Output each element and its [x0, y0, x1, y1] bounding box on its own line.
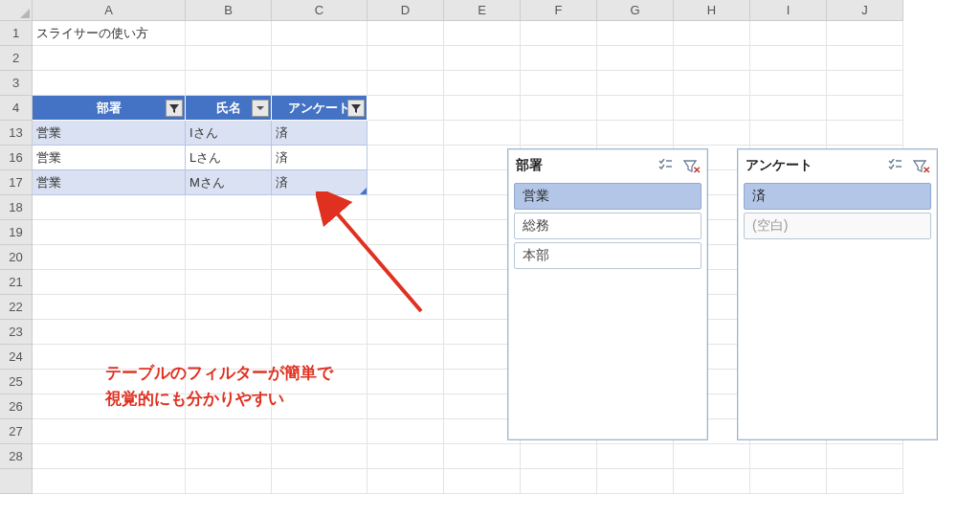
col-header-A[interactable]: A — [33, 0, 186, 21]
cell[interactable] — [186, 270, 272, 295]
slicer-item[interactable]: (空白) — [744, 213, 931, 239]
cell[interactable] — [368, 320, 444, 345]
cell[interactable] — [272, 71, 368, 96]
cell[interactable] — [444, 121, 521, 146]
cell[interactable] — [272, 320, 368, 345]
cell[interactable] — [186, 295, 272, 320]
cell[interactable] — [597, 21, 674, 46]
cell[interactable] — [521, 46, 597, 71]
table-resize-handle-icon[interactable] — [360, 188, 367, 194]
cell[interactable] — [521, 444, 597, 469]
row-header[interactable]: 19 — [0, 220, 33, 245]
filter-button[interactable] — [166, 100, 183, 117]
cell[interactable] — [597, 46, 674, 71]
cell[interactable] — [750, 21, 827, 46]
col-header-I[interactable]: I — [750, 0, 827, 21]
cell[interactable] — [750, 71, 827, 96]
cell[interactable] — [368, 245, 444, 270]
row-header[interactable]: 17 — [0, 170, 33, 195]
cell[interactable] — [368, 394, 444, 419]
cell[interactable] — [597, 96, 674, 121]
cell[interactable] — [750, 469, 827, 494]
table-cell[interactable]: 営業 — [33, 146, 186, 170]
cell[interactable] — [33, 469, 186, 494]
row-header[interactable]: 20 — [0, 245, 33, 270]
cell[interactable] — [597, 121, 674, 146]
cell[interactable] — [186, 469, 272, 494]
cell[interactable] — [597, 444, 674, 469]
cell[interactable] — [521, 469, 597, 494]
clear-filter-icon[interactable]: ✕ — [910, 157, 929, 174]
col-header-D[interactable]: D — [368, 0, 444, 21]
cell[interactable] — [33, 46, 186, 71]
cell[interactable] — [368, 345, 444, 370]
table-cell[interactable]: 営業 — [33, 121, 186, 146]
cell[interactable] — [521, 71, 597, 96]
cell[interactable] — [186, 46, 272, 71]
cell[interactable] — [674, 469, 750, 494]
slicer-dept[interactable]: 部署 ✕ 営業 総務 本部 — [507, 148, 708, 440]
filter-button[interactable] — [347, 100, 365, 117]
cell[interactable] — [33, 419, 186, 444]
cell[interactable] — [827, 121, 903, 146]
table-cell[interactable]: Lさん — [186, 146, 272, 170]
cell[interactable] — [33, 195, 186, 220]
cell[interactable] — [674, 46, 750, 71]
cell-A1[interactable]: スライサーの使い方 — [33, 21, 186, 46]
multi-select-icon[interactable] — [885, 157, 904, 174]
cell[interactable] — [186, 320, 272, 345]
cell[interactable] — [368, 170, 444, 195]
cell[interactable] — [674, 21, 750, 46]
table-cell[interactable]: 済 — [272, 146, 368, 170]
cell[interactable] — [827, 21, 903, 46]
cell[interactable] — [186, 220, 272, 245]
cell[interactable] — [368, 444, 444, 469]
cell[interactable] — [33, 295, 186, 320]
filter-button[interactable] — [252, 100, 269, 117]
cell[interactable] — [33, 245, 186, 270]
row-header[interactable]: 24 — [0, 345, 33, 370]
cell[interactable] — [272, 195, 368, 220]
cell[interactable] — [368, 270, 444, 295]
slicer-survey[interactable]: アンケート ✕ 済 (空白) — [737, 148, 938, 440]
cell[interactable] — [444, 71, 521, 96]
cell[interactable] — [597, 469, 674, 494]
cell[interactable] — [521, 121, 597, 146]
cell[interactable] — [750, 96, 827, 121]
row-header[interactable]: 3 — [0, 71, 33, 96]
cell[interactable] — [444, 96, 521, 121]
cell[interactable] — [186, 419, 272, 444]
table-cell[interactable]: Iさん — [186, 121, 272, 146]
cell[interactable] — [521, 96, 597, 121]
cell[interactable] — [368, 195, 444, 220]
row-header[interactable]: 4 — [0, 96, 33, 121]
cell[interactable] — [272, 444, 368, 469]
cell[interactable] — [186, 21, 272, 46]
cell[interactable] — [368, 21, 444, 46]
cell[interactable] — [186, 444, 272, 469]
cell[interactable] — [272, 419, 368, 444]
cell[interactable] — [827, 444, 903, 469]
cell[interactable] — [750, 46, 827, 71]
row-header[interactable]: 25 — [0, 370, 33, 394]
col-header-G[interactable]: G — [597, 0, 674, 21]
cell[interactable] — [444, 444, 521, 469]
cell[interactable] — [444, 46, 521, 71]
cell[interactable] — [368, 96, 444, 121]
slicer-item[interactable]: 本部 — [514, 242, 702, 269]
cell[interactable] — [827, 469, 903, 494]
cell[interactable] — [368, 121, 444, 146]
cell[interactable] — [186, 245, 272, 270]
row-header[interactable]: 18 — [0, 195, 33, 220]
col-header-H[interactable]: H — [674, 0, 750, 21]
cell[interactable] — [272, 21, 368, 46]
table-header-name[interactable]: 氏名 — [186, 96, 272, 121]
row-header[interactable] — [0, 469, 33, 494]
row-header[interactable]: 1 — [0, 21, 33, 46]
cell[interactable] — [674, 121, 750, 146]
cell[interactable] — [368, 370, 444, 394]
col-header-C[interactable]: C — [272, 0, 368, 21]
cell[interactable] — [368, 71, 444, 96]
cell[interactable] — [272, 469, 368, 494]
cell[interactable] — [33, 220, 186, 245]
